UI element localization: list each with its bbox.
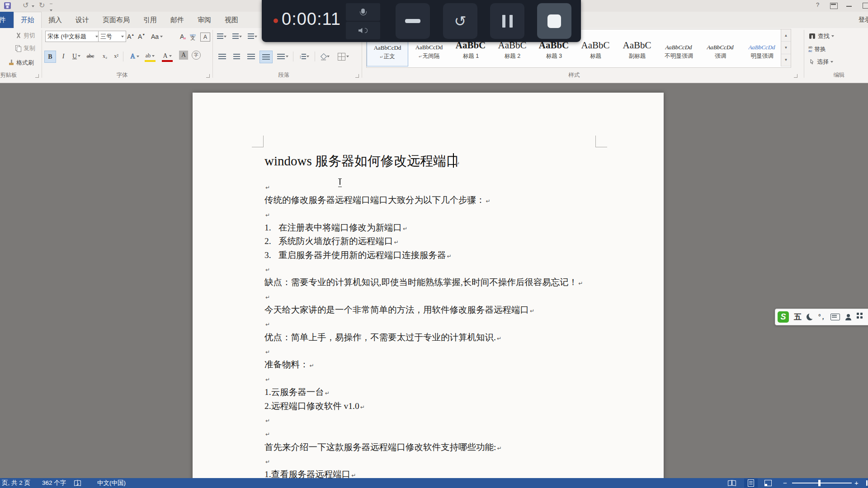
tab-7[interactable]: 视图 [218, 12, 245, 28]
subscript-button[interactable]: x₂ [99, 51, 110, 62]
speaker-toggle-button[interactable] [346, 22, 380, 39]
underline-dropdown-icon[interactable] [78, 55, 80, 57]
find-button[interactable]: 查找 [809, 32, 834, 40]
borders-button[interactable] [335, 51, 351, 62]
paragraph-text: 重启服务器并使用新的远程端口连接服务器 [278, 250, 446, 260]
redo-icon[interactable]: ↻ [39, 1, 45, 9]
pilcrow-mark: ↵ [325, 390, 330, 396]
shrink-font-button[interactable]: A▼ [138, 31, 145, 42]
phonetic-guide-button[interactable]: wén 文 [190, 31, 196, 42]
mic-toggle-button[interactable] [346, 3, 380, 21]
grow-font-button[interactable]: A▲ [127, 31, 134, 42]
word-count-status[interactable]: 362 个字 [42, 478, 66, 488]
styles-group-label: 样式 [561, 71, 588, 79]
font-group-label: 字体 [108, 71, 136, 79]
styles-dialog-launcher-icon[interactable] [794, 74, 797, 78]
night-mode-icon[interactable] [807, 314, 813, 320]
bullets-button[interactable] [216, 31, 228, 42]
undo-icon[interactable]: ↺ [23, 1, 28, 9]
line-spacing-button[interactable]: ↕ [296, 51, 312, 62]
tab-1[interactable]: 插入 [42, 12, 69, 28]
gallery-scroll-down-icon[interactable]: ▼ [781, 42, 791, 54]
font-name-combo[interactable]: 宋体 (中文标题 [45, 31, 100, 42]
soft-keyboard-icon[interactable] [830, 314, 840, 320]
sign-in-link[interactable]: 登录 [859, 16, 868, 24]
print-layout-icon[interactable] [744, 479, 758, 488]
ribbon-display-options-icon[interactable] [830, 3, 838, 9]
recorder-minimize-button[interactable] [396, 3, 430, 39]
align-center-button[interactable] [231, 51, 243, 62]
recorder-pause-button[interactable] [490, 3, 524, 39]
paragraph-line: ↵ [264, 263, 644, 276]
toolbox-icon[interactable] [857, 313, 863, 319]
web-layout-icon[interactable] [761, 479, 775, 488]
copy-button[interactable]: 复制 [15, 44, 35, 52]
tab-4[interactable]: 引用 [137, 12, 164, 28]
paragraph-dialog-launcher-icon[interactable] [355, 74, 359, 78]
style-不明显强调[interactable]: AaBbCcDd不明显强调 [658, 29, 699, 66]
style-副标题[interactable]: AaBbC副标题 [616, 29, 658, 66]
ime-mode-toggle[interactable]: 五 [794, 312, 802, 322]
sogou-logo-icon[interactable]: S [778, 311, 789, 323]
align-left-button[interactable] [216, 51, 228, 62]
style-强调[interactable]: AaBbCcDd强调 [699, 29, 741, 66]
save-icon[interactable] [4, 2, 11, 9]
account-icon[interactable] [845, 314, 852, 320]
tab-0[interactable]: 开始 [14, 12, 42, 28]
gallery-more-icon[interactable]: ▼ [781, 54, 791, 66]
undo-dropdown-icon[interactable] [32, 5, 34, 7]
highlight-color-button[interactable]: ab [145, 52, 156, 62]
character-border-button[interactable]: A [200, 33, 210, 42]
style-name: 标题 3 [533, 52, 575, 60]
zoom-in-button[interactable]: + [854, 478, 859, 488]
paragraph-text: 传统的修改服务器远程端口端口大致分为以下几个步骤： [264, 195, 485, 205]
font-dialog-launcher-icon[interactable] [206, 74, 210, 78]
replace-icon: abac [808, 46, 812, 53]
tab-5[interactable]: 邮件 [164, 12, 191, 28]
format-painter-button[interactable]: 格式刷 [8, 59, 34, 67]
style-明显强调[interactable]: AaBbCcDd明显强调 [741, 29, 783, 66]
paragraph-line: ↵ [264, 427, 644, 441]
bold-button[interactable]: B [44, 51, 56, 63]
justify-button[interactable] [259, 51, 273, 63]
character-shading-button[interactable]: A [179, 51, 188, 60]
strikethrough-button[interactable]: abc [85, 51, 96, 62]
clipboard-dialog-launcher-icon[interactable] [35, 74, 39, 78]
recorder-restart-button[interactable]: ↺ [443, 3, 477, 39]
mic-icon [360, 9, 366, 16]
tab-3[interactable]: 页面布局 [96, 12, 137, 28]
tab-6[interactable]: 审阅 [191, 12, 218, 28]
zoom-out-button[interactable]: − [783, 478, 787, 488]
page-count-status[interactable]: 页, 共 2 页 [2, 478, 30, 488]
list-number: 1. [264, 221, 278, 234]
recorder-stop-button[interactable] [537, 3, 571, 39]
help-button[interactable]: ? [816, 1, 819, 8]
clear-formatting-button[interactable]: A [180, 31, 186, 42]
enclose-characters-button[interactable]: 字 [192, 51, 201, 60]
restore-button[interactable] [863, 3, 868, 9]
distribute-button[interactable] [275, 51, 290, 62]
select-button[interactable]: 选择 [809, 58, 833, 66]
cut-button[interactable]: 剪切 [15, 32, 35, 40]
italic-button[interactable]: I [58, 51, 69, 62]
multilevel-list-button[interactable] [246, 31, 259, 42]
replace-button[interactable]: abac 替换 [808, 45, 826, 53]
zoom-slider-track[interactable] [792, 483, 852, 483]
align-right-button[interactable] [245, 51, 257, 62]
paragraph-line: 传统的修改服务器远程端口端口大致分为以下几个步骤：↵ [264, 194, 644, 207]
tab-file[interactable]: 文件 [0, 12, 14, 28]
gallery-scroll-up-icon[interactable]: ▲ [781, 29, 791, 42]
punctuation-toggle[interactable]: °， [818, 313, 826, 321]
shading-button[interactable] [317, 51, 333, 62]
superscript-button[interactable]: x² [111, 51, 122, 62]
text-effects-button[interactable]: A [129, 51, 140, 62]
zoom-slider-thumb[interactable] [818, 480, 821, 486]
numbering-button[interactable] [231, 31, 243, 42]
language-status[interactable]: 中文(中国) [97, 478, 126, 488]
font-color-button[interactable]: A [162, 52, 173, 62]
minimize-button[interactable] [846, 6, 852, 7]
change-case-button[interactable]: Aa [151, 31, 163, 42]
tab-2[interactable]: 设计 [69, 12, 96, 28]
document-page[interactable]: windows 服务器如何修改远程端口 ↵ ↵传统的修改服务器远程端口端口大致分… [193, 93, 664, 481]
font-size-combo[interactable]: 三号 [98, 31, 126, 42]
